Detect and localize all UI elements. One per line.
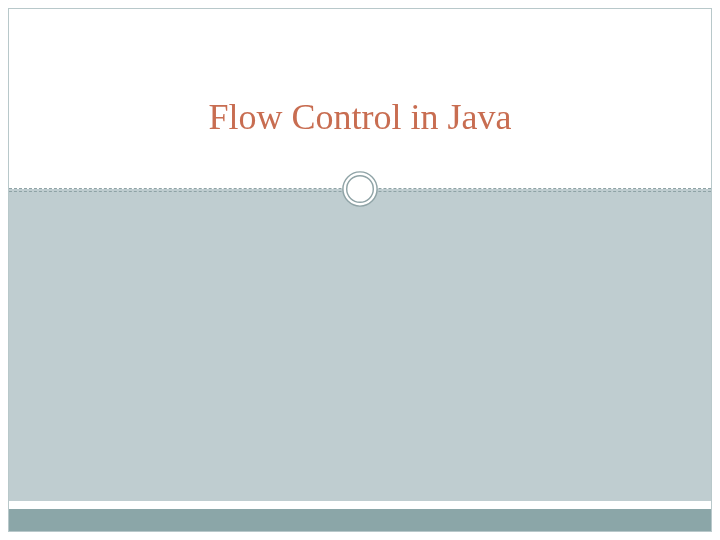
svg-point-1 xyxy=(347,176,374,203)
body-area xyxy=(9,189,711,501)
circle-ornament-icon xyxy=(341,170,379,208)
slide-title: Flow Control in Java xyxy=(209,96,512,138)
slide-frame: Flow Control in Java xyxy=(8,8,712,532)
footer-bar xyxy=(9,509,711,531)
title-area: Flow Control in Java xyxy=(9,9,711,189)
